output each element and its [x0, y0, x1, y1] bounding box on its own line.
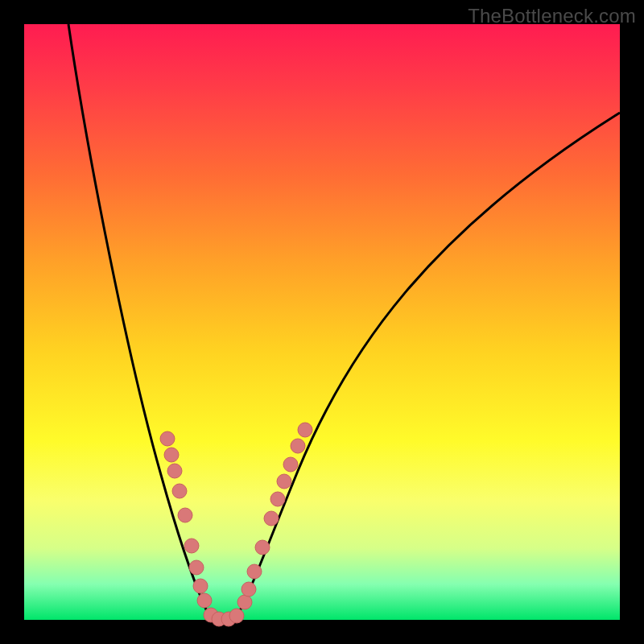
- data-dot: [270, 492, 285, 506]
- data-dot: [193, 579, 208, 593]
- watermark-text: TheBottleneck.com: [468, 5, 636, 27]
- data-dot: [283, 457, 298, 472]
- chart-frame: TheBottleneck.com: [0, 0, 644, 644]
- data-dot: [184, 539, 199, 553]
- data-dot: [255, 540, 270, 555]
- curve-right: [225, 113, 620, 620]
- data-dot: [164, 448, 179, 462]
- dot-layer: [160, 423, 312, 626]
- data-dot: [242, 582, 256, 597]
- data-dot: [298, 423, 312, 437]
- chart-svg: [24, 24, 620, 620]
- data-dot: [189, 560, 204, 575]
- data-dot: [178, 508, 192, 522]
- curve-left: [68, 24, 225, 620]
- data-dot: [264, 511, 279, 526]
- data-dot: [197, 593, 212, 608]
- data-dot: [167, 464, 182, 478]
- plot-area: [24, 24, 620, 620]
- data-dot: [291, 439, 305, 453]
- data-dot: [229, 609, 244, 623]
- data-dot: [160, 431, 175, 446]
- data-dot: [277, 474, 291, 489]
- data-dot: [172, 484, 187, 498]
- data-dot: [237, 595, 252, 609]
- data-dot: [247, 564, 262, 579]
